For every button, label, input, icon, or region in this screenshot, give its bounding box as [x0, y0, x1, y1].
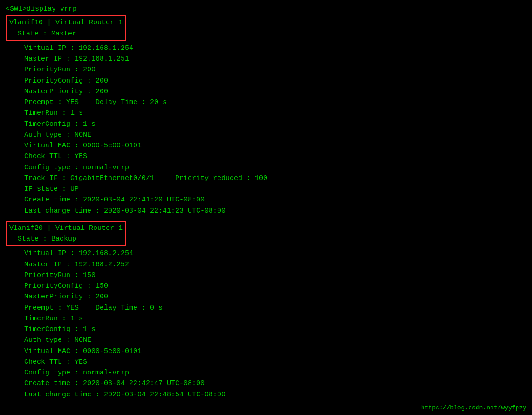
prompt-text: <SW1>display vrrp: [6, 5, 77, 13]
section-2-lastchange: Last change time : 2020-03-04 22:48:54 U…: [6, 389, 526, 400]
section-1-header-line1: Vlanif10 | Virtual Router 1: [9, 17, 123, 28]
section-1-header-line2: State : Master: [9, 28, 123, 39]
section-1-vmac: Virtual MAC : 0000-5e00-0101: [6, 140, 526, 151]
section-1-trackif: Track IF : GigabitEthernet0/0/1 Priority…: [6, 173, 526, 184]
section-1-createtime: Create time : 2020-03-04 22:41:20 UTC-08…: [6, 194, 526, 205]
section-2-line-5: MasterPriority : 200: [6, 291, 526, 302]
section-1-timerconfig: TimerConfig : 1 s: [6, 119, 526, 130]
section-1-preempt: Preempt : YES Delay Time : 20 s: [6, 97, 526, 108]
terminal: <SW1>display vrrp Vlanif10 | Virtual Rou…: [6, 4, 526, 400]
section-2-preempt: Preempt : YES Delay Time : 0 s: [6, 303, 526, 313]
section-1-timerrun: TimerRun : 1 s: [6, 108, 526, 118]
section-2-box: Vlanif20 | Virtual Router 1 State : Back…: [6, 221, 126, 247]
section-2-createtime: Create time : 2020-03-04 22:42:47 UTC-08…: [6, 378, 526, 389]
section-2-line-4: PriorityConfig : 150: [6, 281, 526, 291]
section-2-line-3: PriorityRun : 150: [6, 270, 526, 281]
watermark: https://blog.csdn.net/wyyfpzy: [421, 404, 526, 411]
section-1-box: Vlanif10 | Virtual Router 1 State : Mast…: [6, 15, 126, 41]
section-2-timerconfig: TimerConfig : 1 s: [6, 324, 526, 335]
section-1-line-5: MasterPriority : 200: [6, 86, 526, 97]
prompt-line: <SW1>display vrrp: [6, 4, 526, 14]
section-1-ifstate: IF state : UP: [6, 184, 526, 194]
section-2-header-line2: State : Backup: [9, 234, 123, 244]
section-2-header-line1: Vlanif20 | Virtual Router 1: [9, 223, 123, 234]
section-1-auth: Auth type : NONE: [6, 130, 526, 140]
section-1: Vlanif10 | Virtual Router 1 State : Mast…: [6, 15, 526, 216]
section-2-line-1: Virtual IP : 192.168.2.254: [6, 248, 526, 259]
section-2-vmac: Virtual MAC : 0000-5e00-0101: [6, 346, 526, 357]
section-1-line-3: PriorityRun : 200: [6, 64, 526, 75]
section-1-lastchange: Last change time : 2020-03-04 22:41:23 U…: [6, 206, 526, 216]
section-2-timerrun: TimerRun : 1 s: [6, 313, 526, 324]
section-1-line-1: Virtual IP : 192.168.1.254: [6, 43, 526, 54]
section-2: Vlanif20 | Virtual Router 1 State : Back…: [6, 221, 526, 400]
section-2-checkttl: Check TTL : YES: [6, 357, 526, 367]
section-1-line-2: Master IP : 192.168.1.251: [6, 54, 526, 64]
section-1-line-4: PriorityConfig : 200: [6, 76, 526, 86]
section-1-configtype: Config type : normal-vrrp: [6, 162, 526, 173]
section-1-checkttl: Check TTL : YES: [6, 151, 526, 162]
section-2-line-2: Master IP : 192.168.2.252: [6, 259, 526, 270]
section-2-auth: Auth type : NONE: [6, 335, 526, 346]
section-2-configtype: Config type : normal-vrrp: [6, 367, 526, 378]
